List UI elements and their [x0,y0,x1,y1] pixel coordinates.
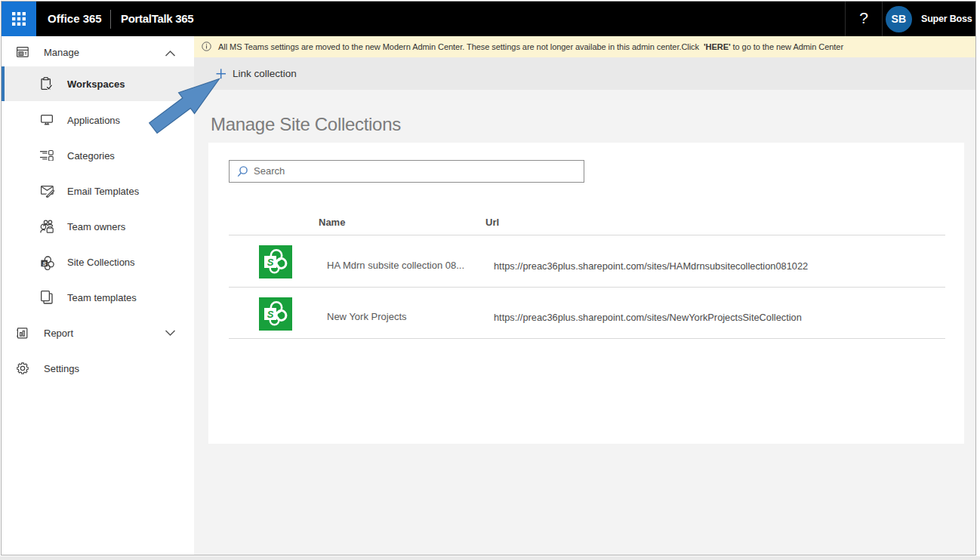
svg-text:S: S [267,309,274,320]
svg-text:S: S [42,260,46,267]
svg-text:S: S [267,257,274,268]
